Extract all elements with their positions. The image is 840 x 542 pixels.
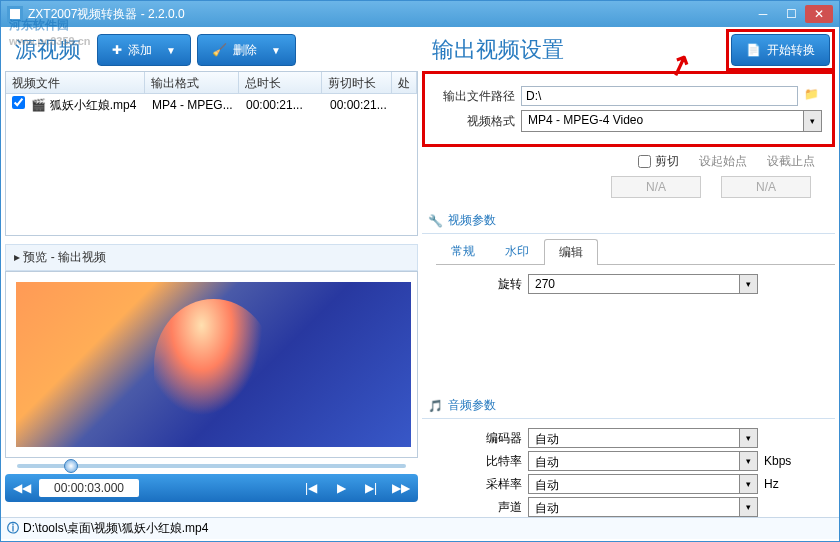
tab-edit[interactable]: 编辑 [544, 239, 598, 265]
col-format[interactable]: 输出格式 [145, 72, 239, 93]
time-display: 00:00:03.000 [39, 479, 139, 497]
output-header: 输出视频设置 📄 开始转换 [422, 31, 835, 69]
cell-duration: 00:00:21... [240, 96, 324, 114]
next-button[interactable]: ▶| [358, 477, 384, 499]
channel-value: 自动 [529, 498, 739, 516]
clip-checkbox[interactable] [638, 155, 651, 168]
tab-general[interactable]: 常规 [436, 238, 490, 264]
main-content: 源视频 ✚ 添加 ▼ 🧹 删除 ▼ 视频文件 输出格式 总时长 剪切时长 [1, 27, 839, 517]
col-file[interactable]: 视频文件 [6, 72, 145, 93]
out-path-label: 输出文件路径 [435, 88, 515, 105]
row-checkbox[interactable] [12, 96, 25, 109]
forward-button[interactable]: ▶▶ [388, 477, 414, 499]
play-button[interactable]: ▶ [328, 477, 354, 499]
samplerate-label: 采样率 [422, 476, 522, 493]
col-clip[interactable]: 剪切时长 [322, 72, 392, 93]
chevron-down-icon[interactable]: ▾ [739, 475, 757, 493]
playback-controls: ◀◀ 00:00:03.000 |◀ ▶ ▶| ▶▶ [5, 474, 418, 502]
channel-row: 声道 自动 ▾ [422, 497, 815, 517]
bitrate-row: 比特率 自动 ▾ Kbps [422, 451, 815, 471]
preview-box [5, 271, 418, 458]
set-end-label: 设截止点 [767, 153, 815, 170]
preview-label[interactable]: ▸ 预览 - 输出视频 [5, 244, 418, 271]
rotate-value: 270 [529, 275, 739, 293]
source-title: 源视频 [5, 35, 91, 65]
hz-unit: Hz [764, 477, 804, 491]
source-pane: 源视频 ✚ 添加 ▼ 🧹 删除 ▼ 视频文件 输出格式 总时长 剪切时长 [5, 31, 418, 513]
channel-combo[interactable]: 自动 ▾ [528, 497, 758, 517]
kbps-unit: Kbps [764, 454, 804, 468]
preview-video[interactable] [16, 282, 411, 447]
start-na: N/A [611, 176, 701, 198]
wrench-icon: 🔧 [428, 214, 443, 228]
svg-rect-1 [10, 9, 20, 19]
audio-params-header: 🎵 音频参数 [422, 393, 835, 419]
video-icon: 🎬 [31, 98, 46, 112]
chevron-down-icon: ▼ [166, 45, 176, 56]
delete-label: 删除 [233, 42, 257, 59]
app-icon [7, 6, 23, 22]
minimize-button[interactable]: ─ [749, 5, 777, 23]
bitrate-label: 比特率 [422, 453, 522, 470]
file-name: 狐妖小红娘.mp4 [50, 98, 137, 112]
samplerate-value: 自动 [529, 475, 739, 493]
add-label: 添加 [128, 42, 152, 59]
plus-icon: ✚ [112, 43, 122, 57]
rotate-row: 旋转 270 ▾ [422, 274, 815, 294]
add-button[interactable]: ✚ 添加 ▼ [97, 34, 191, 66]
encoder-combo[interactable]: 自动 ▾ [528, 428, 758, 448]
end-na: N/A [721, 176, 811, 198]
output-path-row: 输出文件路径 📁 [435, 86, 822, 106]
format-value: MP4 - MPEG-4 Video [522, 111, 803, 131]
col-duration[interactable]: 总时长 [239, 72, 323, 93]
rewind-button[interactable]: ◀◀ [9, 477, 35, 499]
convert-icon: 📄 [746, 43, 761, 57]
samplerate-combo[interactable]: 自动 ▾ [528, 474, 758, 494]
preview-frame [154, 299, 273, 431]
bitrate-combo[interactable]: 自动 ▾ [528, 451, 758, 471]
clip-label: 剪切 [655, 153, 679, 170]
chevron-down-icon[interactable]: ▾ [803, 111, 821, 131]
table-header: 视频文件 输出格式 总时长 剪切时长 处 [6, 72, 417, 94]
chevron-down-icon: ▼ [271, 45, 281, 56]
chevron-down-icon[interactable]: ▾ [739, 429, 757, 447]
cell-proc [394, 103, 417, 107]
out-path-input[interactable] [521, 86, 798, 106]
tab-watermark[interactable]: 水印 [490, 238, 544, 264]
maximize-button[interactable]: ☐ [777, 5, 805, 23]
na-row: N/A N/A [422, 176, 835, 204]
cell-format: MP4 - MPEG... [146, 96, 240, 114]
folder-icon[interactable]: 📁 [804, 87, 822, 105]
chevron-down-icon[interactable]: ▾ [739, 452, 757, 470]
delete-button[interactable]: 🧹 删除 ▼ [197, 34, 296, 66]
note-icon: 🎵 [428, 399, 443, 413]
rotate-combo[interactable]: 270 ▾ [528, 274, 758, 294]
window-title: ZXT2007视频转换器 - 2.2.0.0 [28, 6, 749, 23]
clip-checkbox-wrap[interactable]: 剪切 [638, 153, 679, 170]
col-proc[interactable]: 处 [392, 72, 417, 93]
clip-row: 剪切 设起始点 设截止点 [422, 147, 835, 176]
seek-slider[interactable] [17, 464, 406, 468]
start-convert-button[interactable]: 📄 开始转换 [731, 34, 830, 66]
info-icon: ⓘ [7, 520, 19, 537]
format-combo[interactable]: MP4 - MPEG-4 Video ▾ [521, 110, 822, 132]
window-buttons: ─ ☐ ✕ [749, 5, 833, 23]
cell-clip: 00:00:21... [324, 96, 394, 114]
format-label: 视频格式 [435, 113, 515, 130]
close-button[interactable]: ✕ [805, 5, 833, 23]
video-tabs: 常规 水印 编辑 [436, 238, 835, 265]
start-highlight: 📄 开始转换 [726, 29, 835, 71]
output-form-highlight: 输出文件路径 📁 视频格式 MP4 - MPEG-4 Video ▾ [422, 71, 835, 147]
cell-file: 🎬 狐妖小红娘.mp4 [6, 94, 146, 116]
table-row[interactable]: 🎬 狐妖小红娘.mp4 MP4 - MPEG... 00:00:21... 00… [6, 94, 417, 116]
slider-thumb[interactable] [64, 459, 78, 473]
prev-button[interactable]: |◀ [298, 477, 324, 499]
set-start-label: 设起始点 [699, 153, 747, 170]
encoder-row: 编码器 自动 ▾ [422, 428, 815, 448]
encoder-value: 自动 [529, 429, 739, 447]
titlebar: ZXT2007视频转换器 - 2.2.0.0 ─ ☐ ✕ [1, 1, 839, 27]
chevron-down-icon[interactable]: ▾ [739, 275, 757, 293]
audio-params-label: 音频参数 [448, 397, 496, 414]
chevron-down-icon[interactable]: ▾ [739, 498, 757, 516]
video-params-header: 🔧 视频参数 [422, 208, 835, 234]
